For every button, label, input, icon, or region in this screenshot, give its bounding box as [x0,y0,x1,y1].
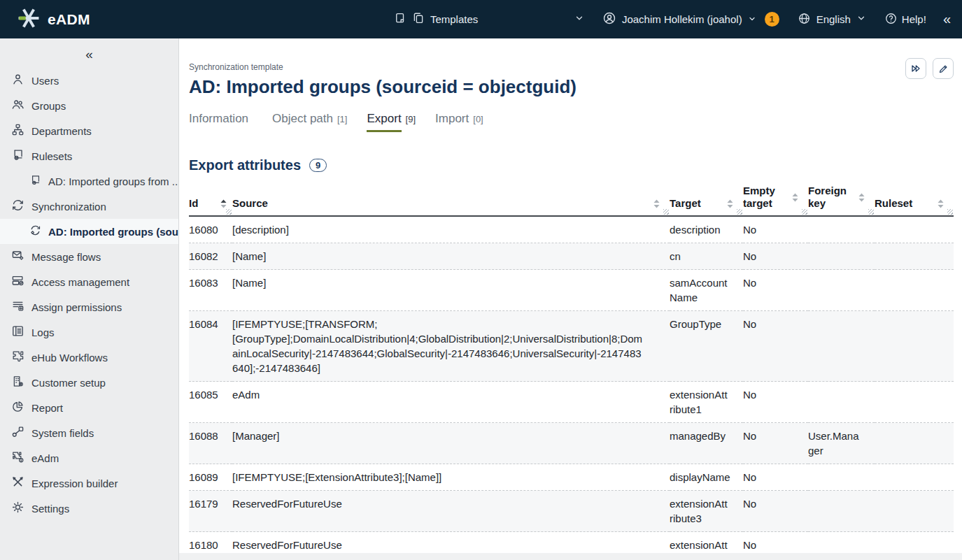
sidebar-item-label: Synchronization [31,201,106,213]
sidebar-item-report[interactable]: Report [0,395,178,420]
notification-badge[interactable]: 1 [765,12,779,27]
column-header-empty-target[interactable]: Empty target [743,185,808,216]
page-actions [905,58,954,79]
table-row[interactable]: 16089 [IFEMPTYUSE;[ExtensionAttribute3];… [189,464,954,491]
page-title: AD: Imported groups (sourceid = objectgu… [189,76,954,98]
column-header-target[interactable]: Target [670,185,743,216]
sort-icon[interactable] [858,193,865,202]
sidebar-item-groups[interactable]: Groups [0,93,178,118]
access-management-icon [11,274,24,289]
chevron-down-icon [574,13,584,25]
sidebar-item-expression-builder[interactable]: Expression builder [0,471,178,496]
sidebar-item-sync-template-ad-imported-groups[interactable]: AD: Imported groups (sour... [0,219,178,244]
sort-icon[interactable] [653,199,660,208]
sidebar-item-ehub-workflows[interactable]: eHub Workflows [0,345,178,370]
sidebar-item-label: Customer setup [31,377,106,389]
table-row[interactable]: 16085 eAdm extensionAttribute1 No [189,382,954,423]
sidebar-item-access-management[interactable]: Access management [0,269,178,294]
groups-icon [11,98,24,113]
sync-template-icon [29,224,41,238]
sort-icon[interactable] [938,199,944,208]
cell-source: ReservedForFutureUse [232,491,670,532]
copy-icon [412,12,425,27]
column-header-foreign-key[interactable]: Foreign key [808,185,875,216]
tab-object-path[interactable]: Object path[1] [272,112,347,126]
cell-ruleset [875,243,954,270]
sort-icon[interactable] [220,199,227,208]
cell-id: 16084 [189,311,232,382]
column-header-ruleset[interactable]: Ruleset [875,185,954,216]
sidebar-item-eadm[interactable]: eAdm [0,445,178,471]
table-row[interactable]: 16179 ReservedForFutureUse extensionAttr… [189,491,954,532]
cell-ruleset [875,423,954,464]
sidebar-item-label: AD: Imported groups (sour... [48,226,178,238]
sidebar-item-users[interactable]: Users [0,68,178,93]
table-row[interactable]: 16082 [Name] cn No [189,243,954,270]
chevron-down-icon [748,13,756,25]
building-gear-icon [11,375,24,390]
sidebar-item-customer-setup[interactable]: Customer setup [0,370,178,395]
cell-empty-target: No [743,464,808,491]
cell-ruleset [875,216,954,243]
cell-source: [Name] [232,270,670,311]
column-header-source[interactable]: Source [232,185,670,216]
tab-import[interactable]: Import[0] [435,112,483,126]
sidebar-item-label: Access management [31,276,129,288]
sidebar-item-message-flows[interactable]: Message flows [0,244,178,269]
sidebar-item-settings[interactable]: Settings [0,496,178,521]
help-icon [884,12,898,27]
sidebar-item-label: Settings [31,503,69,515]
cell-id: 16080 [189,216,232,243]
tab-information[interactable]: Information [189,112,253,126]
sidebar-item-departments[interactable]: Departments [0,118,178,143]
table-row[interactable]: 16083 [Name] samAccountName No [189,270,954,311]
cell-ruleset [875,382,954,423]
cell-target: displayName [670,464,743,491]
sidebar-item-label: Users [31,75,59,87]
column-header-id[interactable]: Id [189,185,232,216]
sidebar-item-logs[interactable]: Logs [0,320,178,345]
sidebar-item-label: AD: Imported groups from ... [48,175,178,187]
table-row[interactable]: 16088 [Manager] managedBy No User.Manage… [189,423,954,464]
app-brand[interactable]: eADM [17,6,90,33]
cell-target: description [670,216,743,243]
sidebar-item-synchronization[interactable]: Synchronization [0,194,178,219]
sidebar-item-label: Logs [31,326,55,338]
collapse-topbar-icon[interactable]: « [943,11,951,27]
collapse-sidebar-icon[interactable]: « [0,44,178,68]
templates-dropdown[interactable]: Templates [394,12,584,27]
run-template-button[interactable] [905,58,926,79]
column-resize-handle[interactable] [868,209,874,215]
cell-foreign-key [808,464,875,491]
user-menu[interactable]: Joachim Hollekim (joahol) 1 [602,11,779,27]
table-row[interactable]: 16080 [description] description No [189,216,954,243]
cell-empty-target: No [743,270,808,311]
column-resize-handle[interactable] [226,209,232,215]
cell-ruleset [875,311,954,382]
edit-button[interactable] [933,58,954,79]
sidebar-item-label: Message flows [31,251,101,263]
sort-icon[interactable] [792,193,798,202]
message-flows-icon [11,249,24,264]
column-resize-handle[interactable] [663,209,669,215]
sidebar-item-assign-permissions[interactable]: Assign permissions [0,294,178,320]
column-resize-handle[interactable] [947,209,953,215]
help-link[interactable]: Help! [884,12,926,27]
sidebar-item-ruleset-ad-imported-groups[interactable]: AD: Imported groups from ... [0,168,178,194]
sidebar-item-system-fields[interactable]: System fields [0,420,178,445]
cell-id: 16088 [189,423,232,464]
table-row[interactable]: 16084 [IFEMPTYUSE;[TRANSFORM; [GroupType… [189,311,954,382]
sort-icon[interactable] [727,199,733,208]
language-dropdown[interactable]: English [798,12,866,27]
tab-export[interactable]: Export[9] [367,112,416,132]
cell-target: cn [670,243,743,270]
column-resize-handle[interactable] [737,209,742,215]
sidebar-item-rulesets[interactable]: Rulesets [0,143,178,168]
cell-source: [Name] [232,243,670,270]
sidebar-item-label: Report [31,402,63,414]
cell-empty-target: No [743,243,808,270]
user-avatar-icon [602,11,616,27]
cell-foreign-key: User.Manager [808,423,875,464]
cell-ruleset [875,270,954,311]
column-resize-handle[interactable] [802,209,807,215]
